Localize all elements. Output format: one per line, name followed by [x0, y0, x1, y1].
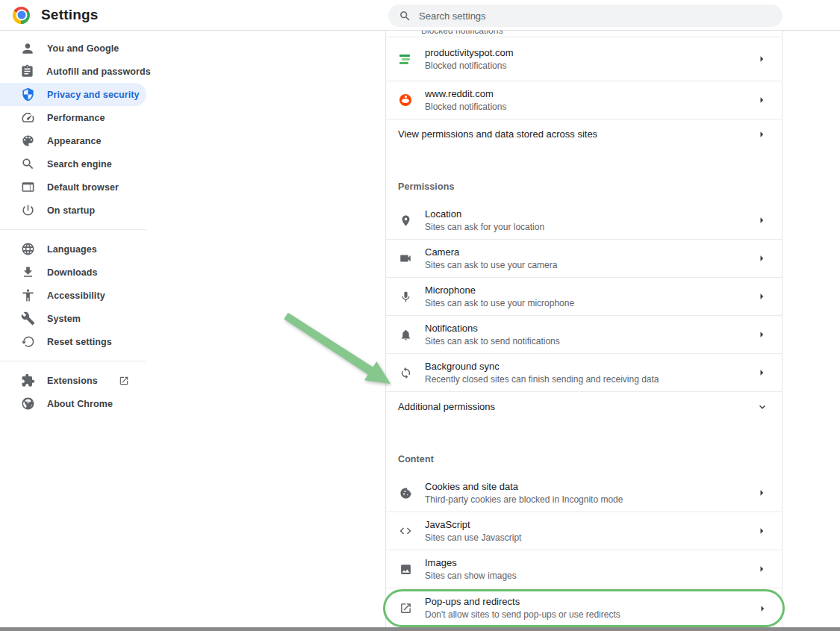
sidebar-item-extensions[interactable]: Extensions	[0, 369, 146, 392]
content-subtitle: Don't allow sites to send pop-ups or use…	[425, 609, 756, 621]
sidebar-item-about-chrome[interactable]: About Chrome	[0, 392, 146, 415]
sidebar-item-on-startup[interactable]: On startup	[0, 199, 146, 222]
puzzle-icon	[20, 373, 35, 388]
permission-title: Location	[425, 208, 755, 220]
chevron-right-icon	[755, 524, 768, 538]
permission-row-background-sync[interactable]: Background sync Recently closed sites ca…	[386, 354, 782, 392]
chevron-right-icon	[755, 93, 768, 107]
section-gap	[386, 422, 782, 432]
sidebar-item-system[interactable]: System	[0, 307, 146, 330]
location-pin-icon	[398, 213, 413, 228]
productivityspot-favicon-icon	[399, 53, 411, 65]
code-brackets-icon	[398, 523, 413, 538]
sidebar: You and Google Autofill and passwords Pr…	[0, 31, 146, 415]
open-in-new-icon	[398, 601, 413, 616]
sidebar-item-label: System	[47, 314, 81, 324]
speedometer-icon	[20, 111, 35, 125]
sidebar-item-label: You and Google	[47, 43, 119, 54]
chevron-right-icon	[755, 128, 768, 141]
permissions-section-header: Permissions	[386, 160, 782, 202]
clipped-row-text: Blocked notifications	[421, 31, 782, 36]
sidebar-item-label: Appearance	[47, 136, 102, 146]
sidebar-item-default-browser[interactable]: Default browser	[0, 175, 146, 199]
content-title: Cookies and site data	[425, 481, 755, 493]
sidebar-item-accessibility[interactable]: Accessibility	[0, 284, 146, 307]
content-row-javascript[interactable]: JavaScript Sites can use Javascript	[386, 512, 782, 550]
history-restore-icon	[20, 335, 35, 349]
chevron-right-icon	[755, 214, 768, 227]
microphone-icon	[398, 289, 413, 304]
sidebar-item-performance[interactable]: Performance	[0, 106, 146, 129]
view-permissions-row[interactable]: View permissions and data stored across …	[386, 119, 782, 149]
chrome-disc-icon	[20, 397, 35, 411]
sidebar-item-search-engine[interactable]: Search engine	[0, 152, 146, 175]
bell-icon	[398, 327, 413, 342]
bottom-edge-bar	[0, 627, 840, 631]
site-row-reddit[interactable]: www.reddit.com Blocked notifications	[386, 81, 782, 119]
sidebar-item-label: Downloads	[47, 267, 98, 278]
cookie-icon	[398, 485, 413, 500]
sidebar-divider	[0, 229, 146, 230]
content-title: Pop-ups and redirects	[425, 596, 756, 608]
content-row-popups-redirects[interactable]: Pop-ups and redirects Don't allow sites …	[385, 591, 783, 625]
site-name: www.reddit.com	[425, 88, 755, 100]
image-icon	[398, 562, 413, 576]
clipboard-icon	[20, 64, 34, 79]
search-settings-input[interactable]: Search settings	[388, 4, 783, 27]
magnifier-icon	[20, 157, 35, 172]
additional-permissions-row[interactable]: Additional permissions	[386, 392, 782, 422]
open-in-new-icon	[119, 376, 129, 386]
content-row-cookies[interactable]: Cookies and site data Third-party cookie…	[386, 474, 782, 512]
permission-subtitle: Recently closed sites can finish sending…	[425, 374, 755, 385]
permission-title: Notifications	[425, 323, 755, 335]
section-header-label: Permissions	[398, 181, 454, 192]
sidebar-item-label: Reset settings	[47, 337, 112, 347]
chevron-right-icon	[755, 366, 768, 379]
accessibility-icon	[20, 288, 35, 303]
browser-window-icon	[20, 180, 35, 195]
video-camera-icon	[398, 251, 413, 266]
permission-subtitle: Sites can ask for your location	[425, 222, 755, 233]
permission-row-microphone[interactable]: Microphone Sites can ask to use your mic…	[386, 278, 782, 316]
content-row-images[interactable]: Images Sites can show images	[386, 550, 782, 588]
sidebar-item-reset-settings[interactable]: Reset settings	[0, 330, 146, 353]
content-subtitle: Sites can use Javascript	[425, 532, 755, 544]
permission-title: Camera	[425, 246, 755, 258]
chevron-down-icon	[756, 401, 768, 413]
permission-row-notifications[interactable]: Notifications Sites can ask to send noti…	[386, 316, 782, 354]
power-icon	[20, 203, 35, 218]
sidebar-divider	[0, 361, 146, 361]
reddit-favicon-icon	[399, 94, 411, 106]
sidebar-item-label: Extensions	[47, 376, 98, 386]
chevron-right-icon	[756, 602, 769, 615]
sidebar-item-autofill[interactable]: Autofill and passwords	[0, 60, 146, 83]
sidebar-item-label: Autofill and passwords	[46, 66, 151, 77]
person-icon	[20, 41, 35, 56]
chevron-right-icon	[755, 290, 768, 303]
permission-subtitle: Sites can ask to use your camera	[425, 260, 755, 271]
sidebar-item-appearance[interactable]: Appearance	[0, 129, 146, 152]
content-title: Images	[425, 557, 755, 569]
additional-permissions-label: Additional permissions	[398, 401, 756, 413]
permission-row-camera[interactable]: Camera Sites can ask to use your camera	[386, 240, 782, 278]
site-row-productivityspot[interactable]: productivityspot.com Blocked notificatio…	[386, 37, 782, 81]
sidebar-item-label: Languages	[47, 244, 97, 255]
site-name: productivityspot.com	[425, 47, 755, 59]
chevron-right-icon	[755, 328, 768, 341]
chevron-right-icon	[755, 52, 768, 66]
sidebar-item-label: Privacy and security	[47, 90, 140, 100]
clipped-site-row[interactable]: Blocked notifications	[386, 31, 782, 37]
permission-row-location[interactable]: Location Sites can ask for your location	[386, 202, 782, 240]
shield-icon	[20, 87, 35, 102]
view-permissions-label: View permissions and data stored across …	[398, 128, 755, 140]
sidebar-item-label: About Chrome	[47, 399, 113, 409]
sidebar-item-languages[interactable]: Languages	[0, 237, 146, 261]
sidebar-item-downloads[interactable]: Downloads	[0, 261, 146, 284]
sidebar-item-label: Accessibility	[47, 290, 105, 301]
site-status: Blocked notifications	[425, 102, 755, 113]
app-header: Settings Search settings	[0, 0, 840, 31]
sidebar-item-you-and-google[interactable]: You and Google	[0, 37, 146, 60]
sidebar-item-privacy-and-security[interactable]: Privacy and security	[0, 83, 146, 106]
green-highlight-box: Pop-ups and redirects Don't allow sites …	[383, 589, 785, 627]
sync-arrows-icon	[398, 365, 413, 380]
